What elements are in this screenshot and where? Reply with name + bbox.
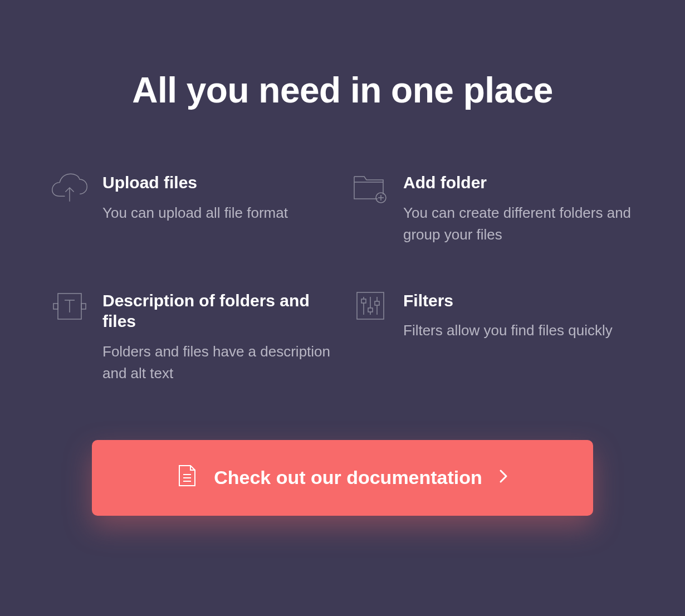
- sliders-icon: [351, 290, 390, 324]
- feature-upload-files: Upload files You can upload all file for…: [50, 172, 334, 246]
- features-section: All you need in one place Upload files Y…: [19, 19, 666, 597]
- cta-label: Check out our documentation: [214, 467, 482, 488]
- feature-content: Filters Filters allow you find files qui…: [403, 290, 635, 342]
- section-title: All you need in one place: [50, 70, 635, 111]
- svg-rect-7: [375, 301, 379, 305]
- feature-description: You can create different folders and gro…: [403, 202, 635, 246]
- folder-plus-icon: [351, 172, 390, 206]
- feature-content: Description of folders and files Folders…: [102, 290, 334, 384]
- svg-rect-3: [81, 304, 86, 309]
- feature-title: Filters: [403, 290, 635, 311]
- feature-title: Description of folders and files: [102, 290, 334, 332]
- documentation-button[interactable]: Check out our documentation: [92, 440, 593, 516]
- feature-description: Folders and files have a description and…: [102, 341, 334, 384]
- feature-add-folder: Add folder You can create different fold…: [351, 172, 635, 246]
- text-box-icon: [50, 290, 89, 324]
- svg-rect-5: [361, 299, 366, 303]
- features-grid: Upload files You can upload all file for…: [50, 172, 635, 384]
- feature-description: You can upload all file format: [102, 202, 334, 224]
- feature-description: Description of folders and files Folders…: [50, 290, 334, 384]
- svg-rect-2: [53, 304, 58, 309]
- svg-rect-6: [368, 308, 373, 312]
- feature-title: Add folder: [403, 172, 635, 193]
- document-icon: [177, 463, 197, 492]
- feature-content: Add folder You can create different fold…: [403, 172, 635, 246]
- feature-description: Filters allow you find files quickly: [403, 320, 635, 341]
- feature-title: Upload files: [102, 172, 334, 193]
- feature-filters: Filters Filters allow you find files qui…: [351, 290, 635, 384]
- chevron-right-icon: [499, 467, 508, 488]
- feature-content: Upload files You can upload all file for…: [102, 172, 334, 224]
- cloud-upload-icon: [50, 172, 89, 206]
